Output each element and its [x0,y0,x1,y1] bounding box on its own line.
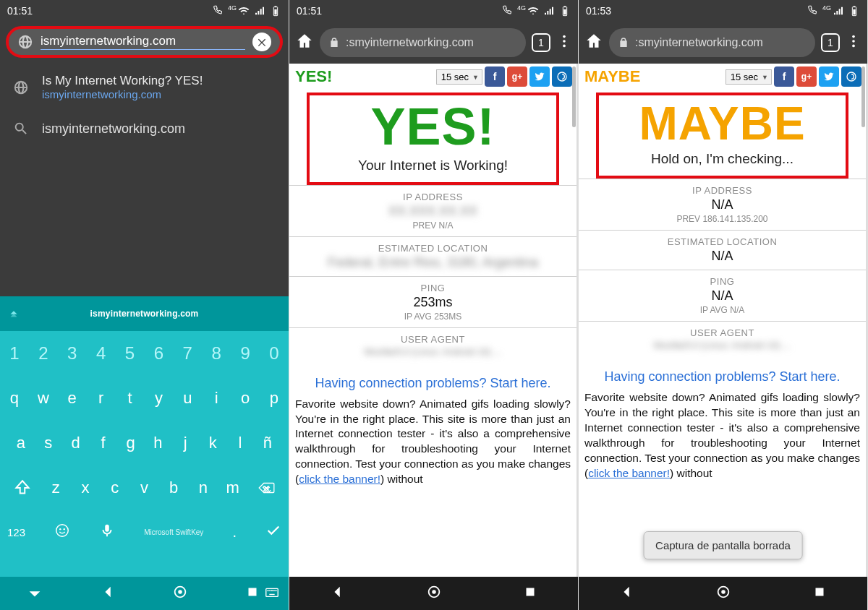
shift-icon [13,478,32,497]
key[interactable]: u [175,389,200,408]
key[interactable]: z [43,478,68,497]
key[interactable]: r [89,389,114,408]
keyboard-suggestion-bar[interactable]: ismyinternetworking.com [0,296,289,331]
key[interactable]: 2 [31,343,56,364]
key-123[interactable]: 123 [7,526,25,538]
status-hero: YES! Your Internet is Working! [307,93,559,185]
home-button[interactable] [584,32,603,53]
share-googleplus[interactable]: g+ [796,66,817,87]
nav-keyboard[interactable] [264,584,280,603]
backspace-key[interactable] [250,478,282,497]
key[interactable]: j [173,434,197,452]
key[interactable]: x [73,478,98,497]
share-googleplus[interactable]: g+ [507,66,527,87]
nav-back[interactable] [619,584,635,603]
battery-icon [848,5,860,17]
key[interactable]: w [31,389,56,408]
key[interactable]: 6 [146,343,171,364]
key[interactable]: v [132,478,156,497]
tabs-button[interactable]: 1 [821,33,840,52]
refresh-select[interactable]: 15 sec [726,69,772,85]
key[interactable]: t [118,389,142,408]
keyboard[interactable]: ismyinternetworking.com 1 2 3 4 5 6 7 8 … [0,296,289,577]
key[interactable]: 0 [262,343,286,364]
key[interactable]: 8 [204,343,229,364]
nav-recent[interactable] [522,584,538,603]
nav-back[interactable] [330,584,346,603]
key[interactable]: ñ [255,434,280,452]
key[interactable]: n [191,478,216,497]
clear-button[interactable] [252,33,271,51]
nav-recent[interactable] [812,584,827,603]
menu-button[interactable] [846,33,861,52]
key[interactable]: d [64,434,88,452]
key[interactable]: 5 [118,343,142,364]
suggestion-row[interactable]: ismyinternetworking.com [0,111,289,147]
suggestion-row[interactable]: Is My Internet Working? YES! ismyinterne… [0,64,289,111]
share-other[interactable] [841,66,861,87]
nav-back[interactable] [101,584,116,603]
scrollbar[interactable] [572,66,576,127]
key[interactable]: a [9,434,33,452]
nav-home[interactable] [172,584,188,603]
chevron-up-icon[interactable] [6,305,22,323]
tabs-button[interactable]: 1 [532,33,550,52]
key[interactable]: h [145,434,170,452]
key[interactable]: k [200,434,225,452]
refresh-select[interactable]: 15 sec [436,69,482,85]
key[interactable]: s [36,434,61,452]
key[interactable]: 1 [2,343,27,364]
emoji-key[interactable] [54,523,70,541]
nav-back-chevron[interactable] [27,585,46,601]
key[interactable]: b [161,478,186,497]
key[interactable]: y [146,389,171,408]
share-facebook[interactable]: f [774,66,794,87]
keyboard-suggestion[interactable]: ismyinternetworking.com [90,309,199,319]
click-banner-link[interactable]: click the banner! [588,467,670,479]
enter-key[interactable] [265,523,281,541]
key[interactable]: e [60,389,85,408]
click-banner-link[interactable]: click the banner! [299,473,380,485]
home-button[interactable] [295,32,314,53]
share-twitter[interactable] [819,66,839,87]
share-facebook[interactable]: f [485,66,505,87]
key[interactable]: f [91,434,116,452]
key[interactable]: p [262,389,286,408]
scrollbar[interactable] [861,66,865,127]
key[interactable]: o [233,389,258,408]
key[interactable]: m [221,478,245,497]
url-input[interactable] [41,34,245,50]
key[interactable]: 9 [233,343,258,364]
keyboard-brand: Microsoft SwiftKey [144,528,203,536]
key[interactable]: g [119,434,143,452]
help-link[interactable]: Having connection problems? Start here. [295,376,571,391]
signal-icon [833,5,844,17]
key[interactable]: i [204,389,229,408]
body-paragraph: Favorite website down? Animated gifs loa… [289,397,576,488]
help-link[interactable]: Having connection problems? Start here. [584,369,860,385]
url-field-highlight[interactable] [6,26,283,58]
url-display[interactable]: :smyinternetworking.com [609,28,815,57]
nav-home[interactable] [715,584,731,603]
key[interactable]: c [103,478,127,497]
share-other[interactable] [552,66,572,87]
share-twitter[interactable] [529,66,550,87]
shift-key[interactable] [7,478,38,497]
info-value: Mozilla/5.0 (Linux; Android 10) ... [593,340,851,351]
nav-home[interactable] [426,584,442,603]
key[interactable]: l [228,434,252,452]
mic-key[interactable] [99,523,115,541]
nav-recent[interactable] [244,584,260,603]
key[interactable]: 4 [89,343,114,364]
menu-button[interactable] [556,33,572,52]
svg-point-20 [847,72,856,81]
period-key[interactable]: . [232,524,237,541]
url-display[interactable]: :smyinternetworking.com [320,28,526,57]
key[interactable]: 7 [175,343,200,364]
home-icon [295,32,314,51]
key[interactable]: q [2,389,27,408]
suggestion-url: ismyinternetworking.com [42,88,203,100]
key[interactable]: 3 [60,343,85,364]
suggestion-title: ismyinternetworking.com [42,121,185,137]
phone-typing: 01:51 4G Is My Internet Working? YES! is… [0,0,289,610]
